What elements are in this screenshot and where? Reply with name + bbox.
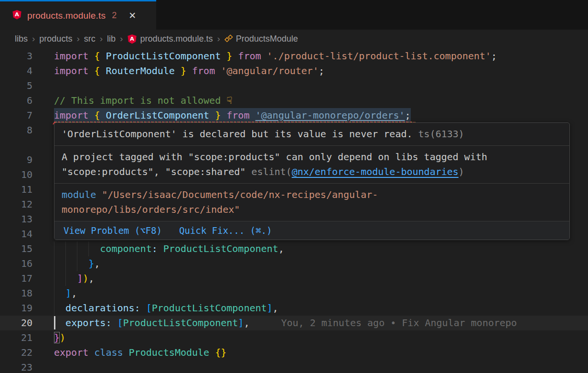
code-token: ) — [60, 332, 65, 343]
breadcrumb: libs›products›src›lib› A products.module… — [0, 30, 588, 48]
code-line[interactable]: 3import { ProductListComponent } from '.… — [0, 49, 588, 64]
tab-label: products.module.ts — [27, 11, 106, 21]
line-number[interactable]: 10 — [0, 167, 32, 182]
code-token: , — [244, 317, 249, 329]
line-number[interactable]: 3 — [0, 49, 32, 64]
code-line[interactable]: 17 ]), — [0, 271, 588, 286]
code-line[interactable]: 5 — [0, 78, 588, 93]
eslint-error-line1: A project tagged with "scope:products" c… — [62, 150, 562, 165]
code-token: , — [88, 273, 94, 284]
indent-guide — [54, 241, 54, 256]
line-number[interactable]: 12 — [0, 197, 32, 212]
line-number[interactable] — [0, 138, 32, 153]
code-token: ProductListComponent — [163, 243, 278, 254]
line-number[interactable]: 6 — [0, 93, 32, 108]
code-token: , — [94, 258, 100, 269]
code-content: // This import is not allowed ☟ — [54, 93, 588, 108]
code-token: , — [273, 302, 278, 314]
module-path-line1: module "/Users/isaac/Documents/code/nx-r… — [62, 187, 562, 202]
module-keyword: module — [62, 189, 96, 200]
line-number[interactable]: 7 — [0, 108, 32, 123]
line-number[interactable]: 9 — [0, 153, 32, 167]
eslint-error-line2-text: "scope:products", "scope:shared" — [62, 166, 251, 177]
line-number[interactable]: 5 — [0, 78, 32, 93]
close-icon[interactable]: ✕ — [128, 10, 136, 21]
line-number[interactable]: 22 — [0, 345, 32, 360]
code-token: '@angular/router' — [221, 65, 319, 77]
chevron-right-icon: › — [120, 33, 123, 44]
code-line[interactable]: 15 component: ProductListComponent, — [0, 241, 588, 256]
breadcrumb-label: ProductsModule — [236, 34, 298, 44]
breadcrumb-item-libs[interactable]: libs — [15, 34, 28, 44]
eslint-source-open: eslint( — [251, 166, 291, 177]
breadcrumb-item-products[interactable]: products — [39, 34, 72, 44]
code-token: : — [152, 243, 158, 254]
code-line[interactable]: 21}) — [0, 330, 588, 345]
code-token: class — [94, 347, 128, 358]
module-path-string2: monorepo/libs/orders/src/index" — [62, 204, 240, 215]
line-number[interactable]: 20 — [0, 316, 32, 330]
code-token — [54, 302, 65, 314]
code-content — [54, 78, 588, 93]
code-token — [54, 317, 65, 329]
view-problem-action[interactable]: View Problem (⌥F8) — [64, 223, 162, 238]
line-number[interactable]: 14 — [0, 227, 32, 241]
indent-guide — [54, 271, 54, 286]
code-content: export class ProductsModule {} — [54, 345, 588, 360]
code-content: import { ProductListComponent } from './… — [54, 49, 588, 64]
line-number[interactable]: 21 — [0, 330, 32, 345]
code-editor[interactable]: 3import { ProductListComponent } from '.… — [0, 48, 588, 373]
text-cursor — [54, 316, 55, 329]
quick-fix-action[interactable]: Quick Fix... (⌘.) — [179, 223, 272, 238]
code-token: ; — [405, 110, 411, 121]
module-path-section: module "/Users/isaac/Documents/code/nx-r… — [54, 184, 569, 221]
indent-guide — [54, 301, 54, 316]
code-token: '@angular-monorepo/orders' — [255, 110, 405, 121]
code-content — [54, 360, 588, 373]
code-line[interactable]: 6// This import is not allowed ☟ — [0, 93, 588, 108]
code-token: } — [54, 332, 60, 343]
code-token: ProductsModule — [129, 347, 215, 358]
breadcrumb-item-productsmodule[interactable]: ProductsModule — [225, 34, 298, 44]
breadcrumb-item-src[interactable]: src — [84, 34, 96, 44]
code-line[interactable]: 22export class ProductsModule {} — [0, 345, 588, 360]
line-number[interactable]: 17 — [0, 271, 32, 286]
line-number[interactable]: 19 — [0, 301, 32, 316]
code-token: } — [175, 65, 186, 77]
indent-guide — [65, 241, 66, 256]
code-token — [158, 243, 163, 254]
code-token: from — [232, 50, 267, 62]
line-number[interactable]: 8 — [0, 123, 32, 138]
code-line[interactable]: 20 exports: [ProductListComponent],You, … — [0, 316, 588, 330]
code-line[interactable]: 4import { RouterModule } from '@angular/… — [0, 64, 588, 78]
code-line[interactable]: 7import { OrderListComponent } from '@an… — [0, 108, 588, 123]
svg-text:A: A — [15, 11, 19, 18]
line-number[interactable]: 4 — [0, 64, 32, 78]
code-token: } — [221, 50, 232, 62]
code-content: ]), — [54, 271, 588, 286]
eslint-rule-link[interactable]: @nx/enforce-module-boundaries — [292, 166, 459, 177]
code-token: './product-list/product-list.component' — [267, 50, 492, 62]
code-token: : — [106, 317, 117, 329]
code-line[interactable]: 19 declarations: [ProductListComponent], — [0, 301, 588, 316]
line-number[interactable]: 15 — [0, 241, 32, 256]
breadcrumb-label: products — [39, 34, 72, 44]
chevron-right-icon: › — [100, 33, 103, 44]
line-number[interactable]: 18 — [0, 286, 32, 301]
code-token: import — [54, 50, 94, 62]
code-line[interactable]: 18 ], — [0, 286, 588, 301]
line-number[interactable]: 13 — [0, 212, 32, 227]
indent-guide — [77, 256, 77, 271]
code-line[interactable]: 16 }, — [0, 256, 588, 271]
code-line[interactable]: 23 — [0, 360, 588, 373]
line-number[interactable]: 11 — [0, 182, 32, 197]
tab-products-module[interactable]: A products.module.ts 2 ✕ — [0, 0, 156, 30]
module-path-string1: "/Users/isaac/Documents/code/nx-recipes/… — [96, 189, 378, 200]
breadcrumb-item-products.module.ts[interactable]: A products.module.ts — [127, 34, 213, 44]
line-number[interactable]: 16 — [0, 256, 32, 271]
code-token: : — [135, 302, 146, 314]
code-token: ; — [319, 65, 324, 77]
hover-tooltip: 'OrderListComponent' is declared but its… — [54, 122, 570, 240]
line-number[interactable]: 23 — [0, 360, 32, 373]
breadcrumb-item-lib[interactable]: lib — [107, 34, 116, 44]
